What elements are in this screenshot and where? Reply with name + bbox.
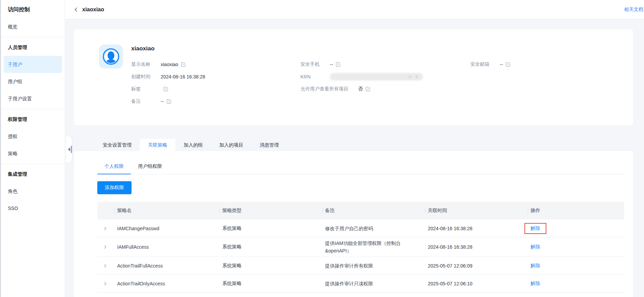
edit-icon-wrap[interactable]	[163, 87, 168, 91]
row-expander[interactable]	[97, 264, 114, 268]
sidebar-section-header: 集成管理	[1, 165, 65, 183]
user-profile-card: xiaoxiao 显示名称xiaoxiao创建时间2024-08-16 16:3…	[74, 29, 633, 125]
field-value: --	[330, 62, 333, 67]
edit-icon[interactable]	[166, 99, 171, 104]
cell-policy-type: 系统策略	[220, 244, 322, 250]
page-title: xiaoxiao	[82, 7, 104, 13]
policies-panel: 个人权限用户组权限 添加权限 策略名策略类型备注关联时间操作IAMChangeP…	[74, 151, 633, 297]
user-avatar-icon	[102, 48, 120, 65]
cell-policy-type: 系统策略	[220, 281, 322, 287]
cell-actions: 解除	[528, 223, 624, 234]
sidebar-section: 人员管理子用户用户组子用户设置	[1, 37, 65, 107]
detach-link[interactable]: 解除	[531, 281, 540, 286]
cell-policy-type: 系统策略	[220, 225, 322, 232]
row-expander[interactable]	[97, 282, 114, 286]
edit-icon[interactable]	[366, 87, 370, 91]
edit-icon-wrap[interactable]	[366, 87, 370, 91]
tab-消息管理[interactable]: 消息管理	[251, 139, 287, 151]
field-label: 显示名称	[131, 61, 151, 67]
table-row: IAMChangePasswd系统策略修改子用户自己的密码2024-08-16 …	[97, 220, 624, 237]
chevron-right-icon	[103, 282, 107, 286]
page-header: xiaoxiao 相关文档	[65, 0, 644, 19]
tab-加入的组[interactable]: 加入的组	[175, 139, 211, 151]
edit-icon-wrap[interactable]	[166, 99, 171, 104]
field-value: xiaoxiao	[161, 62, 178, 67]
permission-subtabs: 个人权限用户组权限	[97, 159, 624, 174]
sidebar-item-子用户设置[interactable]: 子用户设置	[1, 90, 65, 107]
related-docs-link[interactable]: 相关文档	[624, 7, 643, 13]
column-header-操作: 操作	[528, 208, 624, 214]
field-label: 备注	[131, 98, 151, 104]
back-button[interactable]	[73, 7, 79, 12]
redacted-value	[330, 73, 423, 81]
field-value: 否	[358, 86, 363, 92]
cell-actions: 解除	[528, 244, 624, 250]
cell-policy-name: ActionTrailFullAccess	[114, 263, 220, 269]
column-header-策略类型: 策略类型	[220, 208, 322, 214]
sidebar-title: 访问控制	[1, 6, 65, 17]
sidebar-item-用户组[interactable]: 用户组	[1, 73, 65, 90]
subtab-用户组权限[interactable]: 用户组权限	[131, 159, 169, 174]
sidebar-section: 概览	[1, 17, 65, 35]
chevron-right-icon	[103, 264, 107, 268]
tab-关联策略[interactable]: 关联策略	[140, 139, 175, 151]
cell-actions: 解除	[528, 281, 624, 287]
main-area: xiaoxiao 相关文档	[65, 0, 644, 297]
page-content: xiaoxiao 显示名称xiaoxiao创建时间2024-08-16 16:3…	[65, 19, 644, 297]
field-label: 创建时间	[131, 74, 151, 80]
detach-link[interactable]: 解除	[531, 263, 540, 268]
subtab-个人权限[interactable]: 个人权限	[97, 159, 131, 174]
profile-fields-column: 显示名称xiaoxiao创建时间2024-08-16 16:38:28标签备注-…	[131, 58, 300, 108]
profile-field: 标签	[131, 83, 300, 95]
sidebar-item-SSO[interactable]: SSO	[1, 200, 65, 217]
sidebar-collapse-handle[interactable]	[66, 136, 72, 162]
table-header-row: 策略名策略类型备注关联时间操作	[97, 202, 624, 220]
field-label: 允许用户查看所有项目	[300, 86, 348, 92]
sidebar-section-header: 权限管理	[1, 111, 65, 128]
field-value: 2024-08-16 16:38:28	[161, 74, 205, 79]
cell-remark: 提供操作审计只读权限	[322, 280, 425, 287]
sidebar-nav: 概览人员管理子用户用户组子用户设置权限管理授权策略集成管理角色SSO	[1, 17, 65, 217]
profile-field: 创建时间2024-08-16 16:38:28	[131, 71, 300, 83]
column-header-关联时间: 关联时间	[425, 208, 528, 214]
edit-icon[interactable]	[181, 62, 186, 67]
edit-icon[interactable]	[163, 87, 168, 91]
detach-link[interactable]: 解除	[531, 244, 540, 249]
cell-policy-type: 系统策略	[220, 263, 322, 269]
sidebar-section-header: 人员管理	[1, 39, 65, 56]
edit-icon[interactable]	[506, 62, 510, 67]
profile-fields-column: 安全邮箱--	[470, 58, 619, 108]
detach-link[interactable]: 解除	[531, 225, 540, 231]
row-expander[interactable]	[97, 226, 114, 231]
user-name: xiaoxiao	[131, 45, 619, 52]
cell-policy-name: IAMFullAccess	[114, 244, 220, 250]
chevron-right-icon	[103, 226, 107, 231]
field-label: 标签	[131, 86, 151, 92]
cell-remark: 提供操作审计所有权限	[322, 262, 425, 270]
profile-field: KRN	[300, 71, 470, 83]
tab-安全设置管理[interactable]: 安全设置管理	[95, 139, 140, 151]
profile-field: 安全手机--	[300, 58, 470, 71]
sidebar-item-子用户[interactable]: 子用户	[4, 56, 62, 73]
cell-policy-name: ActionTrailOnlyAccess	[114, 281, 220, 286]
table-row: ActionTrailOnlyAccess系统策略提供操作审计只读权限2025-…	[97, 275, 624, 293]
policy-table: 策略名策略类型备注关联时间操作IAMChangePasswd系统策略修改子用户自…	[97, 202, 624, 293]
edit-icon-wrap[interactable]	[506, 62, 510, 67]
column-header-备注: 备注	[322, 208, 425, 214]
cell-policy-name: IAMChangePasswd	[114, 226, 220, 231]
edit-icon-wrap[interactable]	[181, 62, 186, 67]
field-value: --	[161, 99, 164, 104]
tab-加入的项目[interactable]: 加入的项目	[211, 139, 251, 151]
sidebar: 访问控制 概览人员管理子用户用户组子用户设置权限管理授权策略集成管理角色SSO	[0, 0, 65, 297]
edit-icon-wrap[interactable]	[336, 62, 340, 67]
sidebar-item-策略[interactable]: 策略	[1, 145, 65, 162]
annotation-highlight-box: 解除	[524, 223, 546, 234]
edit-icon[interactable]	[336, 62, 340, 67]
sidebar-section: 权限管理授权策略	[1, 109, 65, 162]
sidebar-item-角色[interactable]: 角色	[1, 183, 65, 200]
row-expander[interactable]	[97, 245, 114, 249]
sidebar-item-授权[interactable]: 授权	[1, 128, 65, 145]
sidebar-item-概览[interactable]: 概览	[1, 18, 65, 35]
add-permission-button[interactable]: 添加权限	[97, 181, 132, 194]
cell-actions: 解除	[528, 263, 624, 269]
